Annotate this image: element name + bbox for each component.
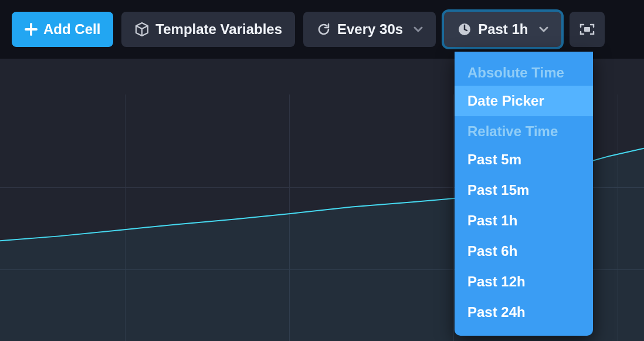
add-cell-label: Add Cell [43, 21, 100, 38]
dropdown-item-date-picker[interactable]: Date Picker [455, 86, 593, 116]
template-variables-button[interactable]: Template Variables [121, 12, 295, 47]
cube-icon [134, 22, 150, 37]
dropdown-item-past-5m[interactable]: Past 5m [455, 144, 593, 175]
dropdown-heading-absolute: Absolute Time [455, 58, 593, 86]
template-variables-label: Template Variables [155, 21, 282, 38]
fullscreen-icon [579, 22, 595, 36]
chevron-down-icon [539, 26, 548, 33]
plus-icon [25, 23, 38, 36]
refresh-icon [316, 22, 331, 37]
dropdown-item-past-6h[interactable]: Past 6h [455, 236, 593, 266]
clock-icon [457, 22, 472, 37]
dropdown-item-past-1h[interactable]: Past 1h [455, 205, 593, 236]
time-range-dropdown: Absolute Time Date Picker Relative Time … [455, 52, 593, 336]
time-range-button[interactable]: Past 1h [444, 12, 561, 47]
dropdown-item-past-24h[interactable]: Past 24h [455, 297, 593, 328]
svg-rect-1 [584, 27, 590, 32]
chevron-down-icon [413, 26, 423, 33]
add-cell-button[interactable]: Add Cell [12, 12, 113, 47]
refresh-interval-label: Every 30s [337, 21, 403, 38]
fullscreen-button[interactable] [570, 12, 605, 47]
refresh-interval-button[interactable]: Every 30s [303, 12, 436, 47]
dropdown-heading-relative: Relative Time [455, 116, 593, 144]
time-range-label: Past 1h [478, 21, 528, 38]
dropdown-item-past-15m[interactable]: Past 15m [455, 175, 593, 205]
toolbar: Add Cell Template Variables Every 30s Pa… [0, 0, 644, 59]
dropdown-item-past-12h[interactable]: Past 12h [455, 266, 593, 297]
